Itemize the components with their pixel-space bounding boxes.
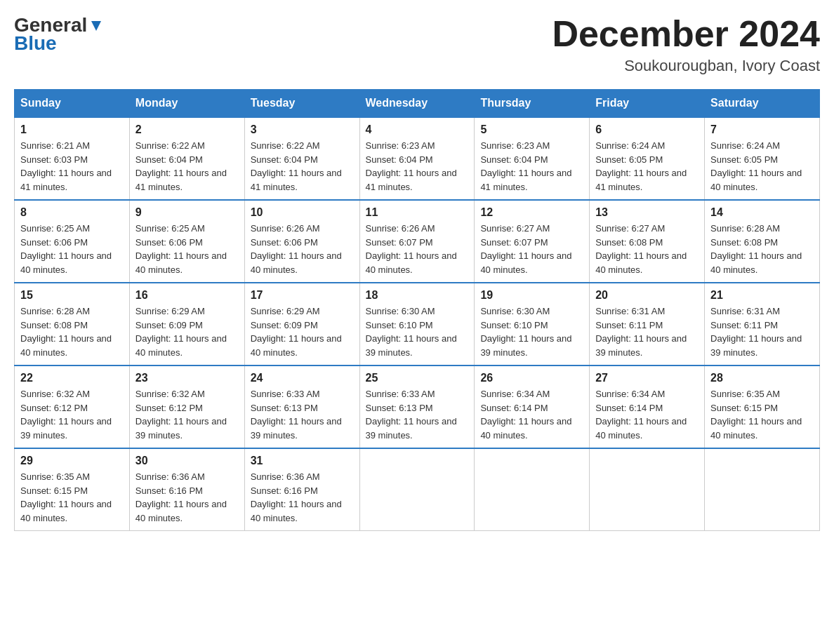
logo-blue-text: Blue	[14, 32, 104, 55]
calendar-cell: 9 Sunrise: 6:25 AMSunset: 6:06 PMDayligh…	[129, 200, 244, 283]
day-info: Sunrise: 6:21 AMSunset: 6:03 PMDaylight:…	[20, 139, 124, 194]
day-number: 28	[710, 372, 814, 384]
day-number: 5	[480, 123, 583, 136]
day-info: Sunrise: 6:23 AMSunset: 6:04 PMDaylight:…	[366, 139, 469, 194]
calendar-cell: 10 Sunrise: 6:26 AMSunset: 6:06 PMDaylig…	[244, 200, 359, 283]
calendar-week-row-1: 1 Sunrise: 6:21 AMSunset: 6:03 PMDayligh…	[15, 117, 820, 200]
day-number: 10	[251, 206, 354, 219]
calendar-cell: 7 Sunrise: 6:24 AMSunset: 6:05 PMDayligh…	[705, 117, 820, 200]
day-number: 9	[135, 206, 239, 219]
day-info: Sunrise: 6:24 AMSunset: 6:05 PMDaylight:…	[595, 139, 699, 194]
calendar-week-row-5: 29 Sunrise: 6:35 AMSunset: 6:15 PMDaylig…	[15, 448, 820, 531]
day-info: Sunrise: 6:32 AMSunset: 6:12 PMDaylight:…	[135, 387, 239, 442]
day-number: 18	[366, 289, 469, 302]
calendar-cell: 2 Sunrise: 6:22 AMSunset: 6:04 PMDayligh…	[129, 117, 244, 200]
day-number: 11	[366, 206, 469, 219]
calendar-week-row-2: 8 Sunrise: 6:25 AMSunset: 6:06 PMDayligh…	[15, 200, 820, 283]
day-number: 26	[480, 372, 583, 384]
calendar-cell: 30 Sunrise: 6:36 AMSunset: 6:16 PMDaylig…	[129, 448, 244, 531]
day-number: 17	[251, 289, 354, 302]
calendar-cell: 1 Sunrise: 6:21 AMSunset: 6:03 PMDayligh…	[15, 117, 130, 200]
day-info: Sunrise: 6:35 AMSunset: 6:15 PMDaylight:…	[710, 387, 814, 442]
calendar-cell: 5 Sunrise: 6:23 AMSunset: 6:04 PMDayligh…	[475, 117, 590, 200]
day-info: Sunrise: 6:35 AMSunset: 6:15 PMDaylight:…	[20, 470, 124, 525]
day-number: 21	[710, 289, 814, 302]
day-number: 6	[595, 123, 699, 136]
day-info: Sunrise: 6:30 AMSunset: 6:10 PMDaylight:…	[366, 304, 469, 359]
day-number: 24	[251, 372, 354, 384]
title-block: December 2024 Soukourougban, Ivory Coast	[552, 14, 820, 75]
day-info: Sunrise: 6:36 AMSunset: 6:16 PMDaylight:…	[135, 470, 239, 525]
day-info: Sunrise: 6:23 AMSunset: 6:04 PMDaylight:…	[480, 139, 583, 194]
col-header-sunday: Sunday	[15, 90, 130, 118]
calendar-cell: 25 Sunrise: 6:33 AMSunset: 6:13 PMDaylig…	[359, 365, 475, 448]
calendar-cell: 20 Sunrise: 6:31 AMSunset: 6:11 PMDaylig…	[590, 283, 705, 365]
day-info: Sunrise: 6:30 AMSunset: 6:10 PMDaylight:…	[480, 304, 583, 359]
day-number: 4	[366, 123, 469, 136]
day-info: Sunrise: 6:33 AMSunset: 6:13 PMDaylight:…	[251, 387, 354, 442]
day-info: Sunrise: 6:24 AMSunset: 6:05 PMDaylight:…	[710, 139, 814, 194]
logo-triangle-icon	[88, 18, 104, 34]
calendar-cell: 28 Sunrise: 6:35 AMSunset: 6:15 PMDaylig…	[705, 365, 820, 448]
day-info: Sunrise: 6:28 AMSunset: 6:08 PMDaylight:…	[710, 222, 814, 276]
day-number: 23	[135, 372, 239, 384]
calendar-cell: 14 Sunrise: 6:28 AMSunset: 6:08 PMDaylig…	[705, 200, 820, 283]
calendar-cell: 3 Sunrise: 6:22 AMSunset: 6:04 PMDayligh…	[244, 117, 359, 200]
day-number: 29	[20, 455, 124, 467]
calendar-table: SundayMondayTuesdayWednesdayThursdayFrid…	[14, 89, 820, 531]
calendar-cell: 17 Sunrise: 6:29 AMSunset: 6:09 PMDaylig…	[244, 283, 359, 365]
day-info: Sunrise: 6:33 AMSunset: 6:13 PMDaylight:…	[366, 387, 469, 442]
calendar-cell: 13 Sunrise: 6:27 AMSunset: 6:08 PMDaylig…	[590, 200, 705, 283]
day-number: 16	[135, 289, 239, 302]
day-number: 19	[480, 289, 583, 302]
day-number: 30	[135, 455, 239, 467]
day-number: 27	[595, 372, 699, 384]
day-number: 7	[710, 123, 814, 136]
day-number: 13	[595, 206, 699, 219]
calendar-cell: 16 Sunrise: 6:29 AMSunset: 6:09 PMDaylig…	[129, 283, 244, 365]
calendar-cell	[475, 448, 590, 531]
day-info: Sunrise: 6:22 AMSunset: 6:04 PMDaylight:…	[251, 139, 354, 194]
calendar-cell: 27 Sunrise: 6:34 AMSunset: 6:14 PMDaylig…	[590, 365, 705, 448]
col-header-saturday: Saturday	[705, 90, 820, 118]
day-info: Sunrise: 6:34 AMSunset: 6:14 PMDaylight:…	[595, 387, 699, 442]
calendar-cell: 8 Sunrise: 6:25 AMSunset: 6:06 PMDayligh…	[15, 200, 130, 283]
day-number: 2	[135, 123, 239, 136]
calendar-cell: 4 Sunrise: 6:23 AMSunset: 6:04 PMDayligh…	[359, 117, 475, 200]
day-info: Sunrise: 6:27 AMSunset: 6:08 PMDaylight:…	[595, 222, 699, 276]
day-number: 8	[20, 206, 124, 219]
col-header-wednesday: Wednesday	[359, 90, 475, 118]
day-info: Sunrise: 6:36 AMSunset: 6:16 PMDaylight:…	[251, 470, 354, 525]
location-subtitle: Soukourougban, Ivory Coast	[552, 57, 820, 75]
calendar-cell: 21 Sunrise: 6:31 AMSunset: 6:11 PMDaylig…	[705, 283, 820, 365]
day-number: 1	[20, 123, 124, 136]
day-info: Sunrise: 6:22 AMSunset: 6:04 PMDaylight:…	[135, 139, 239, 194]
day-number: 15	[20, 289, 124, 302]
day-number: 12	[480, 206, 583, 219]
day-number: 25	[366, 372, 469, 384]
day-number: 20	[595, 289, 699, 302]
calendar-cell: 22 Sunrise: 6:32 AMSunset: 6:12 PMDaylig…	[15, 365, 130, 448]
calendar-week-row-3: 15 Sunrise: 6:28 AMSunset: 6:08 PMDaylig…	[15, 283, 820, 365]
col-header-tuesday: Tuesday	[244, 90, 359, 118]
day-info: Sunrise: 6:31 AMSunset: 6:11 PMDaylight:…	[710, 304, 814, 359]
calendar-cell: 24 Sunrise: 6:33 AMSunset: 6:13 PMDaylig…	[244, 365, 359, 448]
svg-marker-0	[91, 21, 101, 31]
day-info: Sunrise: 6:25 AMSunset: 6:06 PMDaylight:…	[135, 222, 239, 276]
day-number: 22	[20, 372, 124, 384]
col-header-friday: Friday	[590, 90, 705, 118]
calendar-cell: 19 Sunrise: 6:30 AMSunset: 6:10 PMDaylig…	[475, 283, 590, 365]
day-info: Sunrise: 6:28 AMSunset: 6:08 PMDaylight:…	[20, 304, 124, 359]
calendar-week-row-4: 22 Sunrise: 6:32 AMSunset: 6:12 PMDaylig…	[15, 365, 820, 448]
calendar-cell	[359, 448, 475, 531]
day-info: Sunrise: 6:29 AMSunset: 6:09 PMDaylight:…	[135, 304, 239, 359]
day-info: Sunrise: 6:34 AMSunset: 6:14 PMDaylight:…	[480, 387, 583, 442]
col-header-monday: Monday	[129, 90, 244, 118]
day-info: Sunrise: 6:32 AMSunset: 6:12 PMDaylight:…	[20, 387, 124, 442]
day-info: Sunrise: 6:29 AMSunset: 6:09 PMDaylight:…	[251, 304, 354, 359]
page-header: General Blue December 2024 Soukourougban…	[14, 14, 820, 75]
calendar-cell	[590, 448, 705, 531]
calendar-header-row: SundayMondayTuesdayWednesdayThursdayFrid…	[15, 90, 820, 118]
calendar-cell: 29 Sunrise: 6:35 AMSunset: 6:15 PMDaylig…	[15, 448, 130, 531]
calendar-cell: 15 Sunrise: 6:28 AMSunset: 6:08 PMDaylig…	[15, 283, 130, 365]
